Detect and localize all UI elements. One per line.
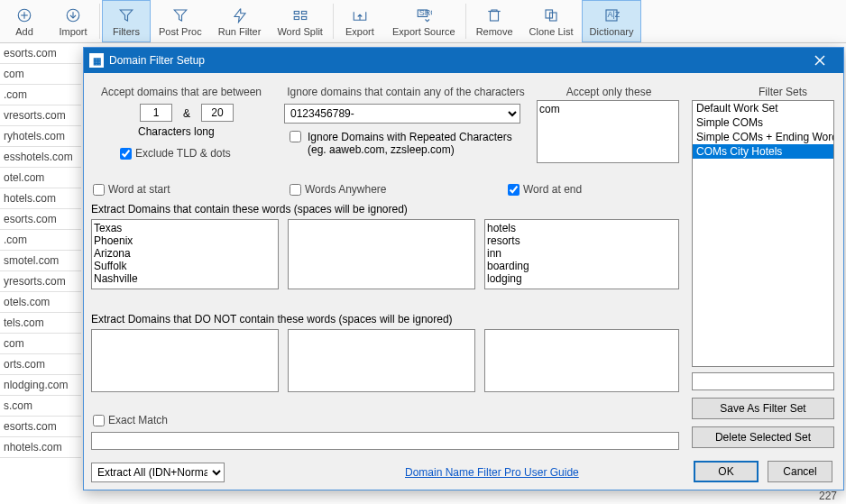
delete-selected-set-button[interactable]: Delete Selected Set (692, 426, 834, 448)
list-item[interactable]: esorts.com (0, 417, 81, 437)
max-chars-input[interactable] (201, 104, 234, 122)
cancel-button[interactable]: Cancel (768, 461, 832, 482)
filter-set-item[interactable]: Default Work Set (693, 101, 833, 115)
svg-text:A|Z: A|Z (607, 10, 620, 19)
exclude-tld-checkbox[interactable]: Exclude TLD & dots (120, 147, 231, 160)
ribbon-runfilter[interactable]: Run Filter (210, 0, 270, 42)
ribbon-exportsource[interactable]: SRC Export Source (384, 0, 464, 42)
extract-mode-select[interactable]: Extract All (IDN+Normal) (91, 463, 225, 482)
svg-rect-15 (546, 10, 553, 18)
exclude-tld-input[interactable] (120, 148, 132, 160)
list-item[interactable]: yresorts.com (0, 271, 81, 292)
exclude-words-start-textarea[interactable] (91, 329, 279, 392)
ampersand-label: & (183, 107, 190, 120)
ribbon-postproc-label: Post Proc (159, 26, 202, 37)
split-icon (291, 6, 309, 24)
ribbon-import[interactable]: Import (49, 0, 97, 42)
svg-text:SRC: SRC (419, 8, 432, 17)
ribbon-add-label: Add (15, 26, 33, 37)
save-as-filter-set-button[interactable]: Save As Filter Set (692, 398, 834, 419)
user-guide-link[interactable]: Domain Name Filter Pro User Guide (405, 466, 579, 479)
ribbon-separator (465, 4, 466, 39)
ribbon-filters[interactable]: Filters (102, 0, 151, 42)
ribbon-separator (99, 4, 100, 39)
word-start-input[interactable] (93, 184, 105, 196)
list-item[interactable]: otels.com (0, 292, 81, 313)
list-item[interactable]: s.com (0, 396, 81, 417)
list-item[interactable]: esorts.com (0, 209, 81, 230)
ribbon-clonelist[interactable]: Clone List (521, 0, 582, 42)
filter-set-item[interactable]: Simple COMs (693, 115, 833, 130)
exclude-words-anywhere-textarea[interactable] (288, 329, 475, 392)
exact-match-checkbox[interactable]: Exact Match (93, 414, 168, 426)
filter-sets-list[interactable]: Default Work SetSimple COMsSimple COMs +… (692, 100, 834, 367)
list-item[interactable]: orts.com (0, 354, 81, 375)
words-anywhere-checkbox[interactable]: Words Anywhere (290, 183, 387, 196)
exact-match-field[interactable] (91, 432, 679, 450)
app-icon: ▦ (89, 53, 104, 68)
filter-set-item[interactable]: Simple COMs + Ending Words (693, 130, 833, 144)
min-chars-input[interactable] (140, 104, 172, 122)
list-item[interactable]: esorts.com (0, 43, 81, 64)
ribbon-runfilter-label: Run Filter (218, 26, 262, 37)
list-item[interactable]: smotel.com (0, 251, 81, 271)
word-end-label: Word at end (523, 183, 582, 196)
ribbon-wordsplit[interactable]: Word Split (269, 0, 331, 42)
ribbon-dictionary[interactable]: A|Z Dictionary (582, 0, 642, 42)
svg-marker-6 (174, 10, 187, 21)
ribbon-import-label: Import (59, 26, 87, 37)
ok-button[interactable]: OK (694, 461, 759, 482)
ignore-chars-select[interactable]: 0123456789- (284, 104, 520, 124)
words-anywhere-input[interactable] (290, 184, 301, 196)
word-at-start-checkbox[interactable]: Word at start (93, 183, 170, 196)
section-label-between: Accept domains that are between (91, 86, 271, 98)
ribbon-wordsplit-label: Word Split (277, 26, 323, 37)
list-item[interactable]: .com (0, 230, 81, 251)
list-item[interactable]: com (0, 64, 81, 85)
extract-words-start-textarea[interactable] (91, 219, 279, 289)
accept-tlds-textarea[interactable] (537, 100, 679, 163)
extract-words-anywhere-textarea[interactable] (288, 219, 475, 289)
list-item[interactable]: com (0, 334, 81, 354)
svg-rect-10 (301, 16, 306, 19)
ribbon-remove[interactable]: Remove (468, 0, 521, 42)
close-icon[interactable] (802, 48, 838, 73)
footer-count: 227 (819, 490, 837, 502)
svg-marker-5 (120, 10, 133, 21)
filter-set-name-input[interactable] (692, 372, 834, 390)
dialog-body: Accept domains that are between Ignore d… (84, 73, 843, 490)
list-item[interactable]: hotels.com (0, 188, 81, 209)
titlebar[interactable]: ▦ Domain Filter Setup (84, 48, 843, 73)
exact-match-input[interactable] (93, 415, 105, 426)
ribbon-postproc[interactable]: Post Proc (151, 0, 210, 42)
ribbon-filters-label: Filters (113, 26, 140, 37)
domain-filter-setup-dialog: ▦ Domain Filter Setup Accept domains tha… (83, 47, 844, 490)
word-at-end-checkbox[interactable]: Word at end (508, 183, 582, 196)
ignore-repeated-checkbox[interactable] (290, 131, 301, 142)
trash-icon (485, 6, 503, 24)
list-item[interactable]: nhotels.com (0, 437, 81, 458)
ribbon-export[interactable]: Export (336, 0, 384, 42)
lightning-icon (231, 6, 249, 24)
list-item[interactable]: .com (0, 85, 81, 105)
extract-words-end-textarea[interactable] (484, 219, 679, 289)
list-item[interactable]: vresorts.com (0, 105, 81, 126)
svg-rect-8 (301, 11, 306, 14)
list-item[interactable]: esshotels.com (0, 147, 81, 168)
exact-match-label: Exact Match (108, 414, 168, 426)
section-label-sets: Filter Sets (733, 86, 832, 98)
list-item[interactable]: ryhotels.com (0, 126, 81, 147)
list-item[interactable]: nlodging.com (0, 375, 81, 396)
ribbon-export-label: Export (345, 26, 374, 37)
funnel-icon (117, 6, 135, 24)
list-item[interactable]: tels.com (0, 313, 81, 334)
dictionary-icon: A|Z (602, 6, 621, 24)
ribbon: Add Import Filters Post Proc Run Filter … (0, 0, 846, 43)
exclude-words-end-textarea[interactable] (484, 329, 679, 392)
word-end-input[interactable] (508, 184, 520, 196)
list-item[interactable]: otel.com (0, 168, 81, 188)
ribbon-add[interactable]: Add (0, 0, 49, 42)
chars-long-label: Characters long (138, 125, 215, 138)
ribbon-exportsource-label: Export Source (392, 26, 455, 37)
filter-set-item[interactable]: COMs City Hotels (693, 144, 833, 159)
